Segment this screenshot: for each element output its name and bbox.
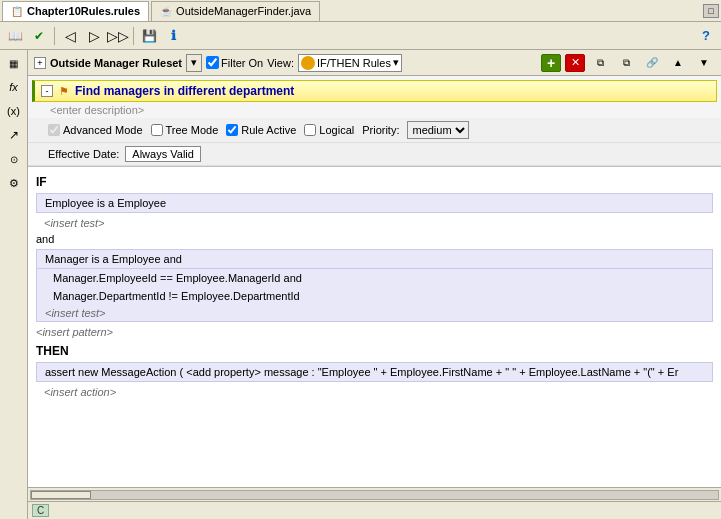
back-btn[interactable]: ◁ (59, 25, 81, 47)
employee-condition[interactable]: Employee is a Employee (36, 193, 713, 213)
title-bar: 📋 Chapter10Rules.rules ☕ OutsideManagerF… (0, 0, 721, 22)
scrollbar-track[interactable] (30, 490, 719, 500)
logical-checkbox[interactable] (304, 124, 316, 136)
rule-active-label[interactable]: Rule Active (226, 124, 296, 136)
rule-header: - ⚑ Find managers in different departmen… (32, 80, 717, 102)
info-btn[interactable]: ℹ (162, 25, 184, 47)
down-btn[interactable]: ▼ (693, 52, 715, 74)
insert-test-1[interactable]: <insert test> (28, 215, 721, 231)
scrollbar-thumb[interactable] (31, 491, 91, 499)
action-row[interactable]: assert new MessageAction ( <add property… (36, 362, 713, 382)
content-area: + Outside Manager Ruleset ▾ Filter On Vi… (28, 50, 721, 519)
expand-ruleset-btn[interactable]: + (34, 57, 46, 69)
status-c-label: C (32, 504, 49, 517)
view-dropdown-arrow: ▾ (393, 56, 399, 69)
check-btn[interactable]: ✔ (28, 25, 50, 47)
rule-options: Advanced Mode Tree Mode Rule Active Logi… (28, 118, 721, 143)
ruleset-bar: + Outside Manager Ruleset ▾ Filter On Vi… (28, 50, 721, 76)
arrow-icon-btn[interactable]: ↗ (3, 124, 25, 146)
filter-on-check[interactable]: Filter On (206, 56, 263, 69)
ruleset-dropdown-btn[interactable]: ▾ (186, 54, 202, 72)
priority-label: Priority: (362, 124, 399, 136)
rule-header-icon: ⚑ (59, 85, 69, 98)
insert-action[interactable]: <insert action> (28, 384, 721, 400)
main-toolbar: 📖 ✔ ◁ ▷ ▷▷ 💾 ℹ ? (0, 22, 721, 50)
delete-rule-btn[interactable]: ✕ (565, 54, 585, 72)
rule-body: IF Employee is a Employee <insert test> … (28, 167, 721, 487)
link-btn[interactable]: 🔗 (641, 52, 663, 74)
main-layout: ▦ fx (x) ↗ ⊙ ⚙ + Outside Manager Ruleset… (0, 50, 721, 519)
left-sidebar: ▦ fx (x) ↗ ⊙ ⚙ (0, 50, 28, 519)
manager-block-header[interactable]: Manager is a Employee and (37, 250, 712, 269)
rule-active-checkbox[interactable] (226, 124, 238, 136)
forward-btn[interactable]: ▷ (83, 25, 105, 47)
toolbar-sep-2 (133, 27, 134, 45)
copy2-btn[interactable]: ⧉ (615, 52, 637, 74)
tab-rules[interactable]: 📋 Chapter10Rules.rules (2, 1, 149, 21)
manager-condition-block: Manager is a Employee and Manager.Employ… (36, 249, 713, 322)
toolbar-sep-1 (54, 27, 55, 45)
view-label: View: (267, 57, 294, 69)
and-label-1: and (28, 231, 721, 247)
manager-condition-row-2[interactable]: Manager.DepartmentId != Employee.Departm… (37, 287, 712, 305)
book-icon-btn[interactable]: 📖 (4, 25, 26, 47)
forward2-btn[interactable]: ▷▷ (107, 25, 129, 47)
advanced-mode-checkbox[interactable] (48, 124, 60, 136)
status-bar: C (28, 501, 721, 519)
view-value: IF/THEN Rules (317, 57, 391, 69)
window-controls: □ (703, 4, 719, 18)
insert-pattern[interactable]: <insert pattern> (28, 324, 721, 340)
manager-condition-row-1[interactable]: Manager.EmployeeId == Employee.ManagerId… (37, 269, 712, 287)
circle-icon-btn[interactable]: ⊙ (3, 148, 25, 170)
dropdown-arrow: ▾ (191, 56, 197, 69)
fx-icon-btn[interactable]: fx (3, 76, 25, 98)
save-btn[interactable]: 💾 (138, 25, 160, 47)
effective-date-label: Effective Date: (48, 148, 119, 160)
tab-rules-label: Chapter10Rules.rules (27, 5, 140, 17)
java-tab-icon: ☕ (160, 6, 172, 17)
insert-test-2[interactable]: <insert test> (37, 305, 712, 321)
rule-panel: - ⚑ Find managers in different departmen… (28, 76, 721, 167)
priority-select[interactable]: medium low high (407, 121, 469, 139)
ruleset-name: Outside Manager Ruleset (50, 57, 182, 69)
tab-java-label: OutsideManagerFinder.java (176, 5, 311, 17)
view-icon (301, 56, 315, 70)
help-btn[interactable]: ? (695, 25, 717, 47)
tree-mode-checkbox[interactable] (151, 124, 163, 136)
tab-java[interactable]: ☕ OutsideManagerFinder.java (151, 1, 320, 21)
if-label: IF (28, 171, 721, 191)
collapse-rule-btn[interactable]: - (41, 85, 53, 97)
rule-description[interactable]: <enter description> (44, 102, 721, 118)
logical-label[interactable]: Logical (304, 124, 354, 136)
tree-mode-label[interactable]: Tree Mode (151, 124, 219, 136)
rules-tab-icon: 📋 (11, 6, 23, 17)
view-dropdown[interactable]: IF/THEN Rules ▾ (298, 54, 402, 72)
up-btn[interactable]: ▲ (667, 52, 689, 74)
filter-checkbox[interactable] (206, 56, 219, 69)
x-var-icon-btn[interactable]: (x) (3, 100, 25, 122)
filter-label: Filter On (221, 57, 263, 69)
rule-title: Find managers in different department (75, 84, 294, 98)
then-label: THEN (28, 340, 721, 360)
add-rule-btn[interactable]: + (541, 54, 561, 72)
horizontal-scrollbar[interactable] (28, 487, 721, 501)
effective-date-row: Effective Date: Always Valid (28, 143, 721, 166)
advanced-mode-label[interactable]: Advanced Mode (48, 124, 143, 136)
copy-btn[interactable]: ⧉ (589, 52, 611, 74)
settings-icon-btn[interactable]: ⚙ (3, 172, 25, 194)
maximize-button[interactable]: □ (703, 4, 719, 18)
table-icon-btn[interactable]: ▦ (3, 52, 25, 74)
effective-date-value[interactable]: Always Valid (125, 146, 201, 162)
